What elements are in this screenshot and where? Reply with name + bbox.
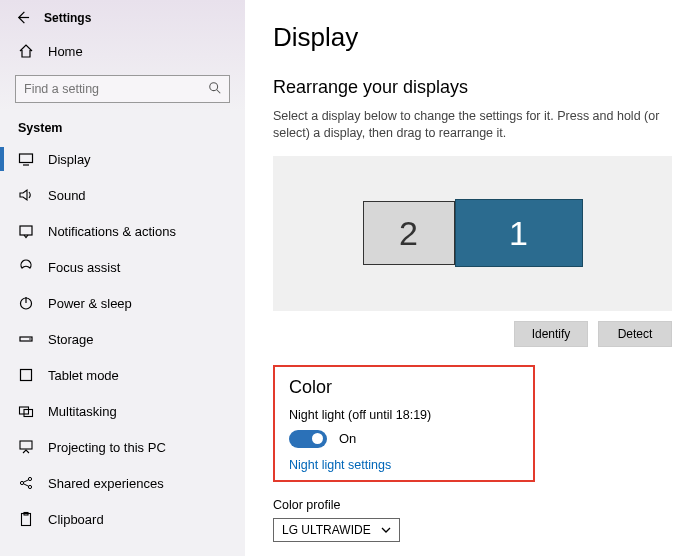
sidebar-item-label: Focus assist: [48, 260, 120, 275]
search-box: [15, 75, 230, 103]
sidebar-item-projecting[interactable]: Projecting to this PC: [0, 429, 245, 465]
color-section-highlight: Color Night light (off until 18:19) On N…: [273, 365, 535, 482]
sidebar-item-sound[interactable]: Sound: [0, 177, 245, 213]
home-row[interactable]: Home: [0, 35, 245, 67]
rearrange-title: Rearrange your displays: [273, 77, 672, 98]
home-icon: [18, 43, 34, 59]
storage-icon: [18, 331, 34, 347]
monitor-2[interactable]: 2: [363, 201, 455, 265]
svg-rect-10: [21, 370, 32, 381]
svg-point-1: [210, 83, 218, 91]
chevron-down-icon: [381, 525, 391, 535]
toggle-state: On: [339, 431, 356, 446]
sidebar-item-label: Clipboard: [48, 512, 104, 527]
clipboard-icon: [18, 511, 34, 527]
detect-button[interactable]: Detect: [598, 321, 672, 347]
svg-rect-14: [20, 441, 32, 449]
svg-line-2: [217, 90, 221, 94]
multitasking-icon: [18, 403, 34, 419]
sidebar-item-display[interactable]: Display: [0, 141, 245, 177]
sidebar-item-label: Sound: [48, 188, 86, 203]
svg-rect-5: [20, 226, 32, 235]
sound-icon: [18, 187, 34, 203]
content: Display Rearrange your displays Select a…: [245, 0, 700, 556]
sidebar-item-focus-assist[interactable]: Focus assist: [0, 249, 245, 285]
sidebar-item-clipboard[interactable]: Clipboard: [0, 501, 245, 537]
sidebar-item-shared-experiences[interactable]: Shared experiences: [0, 465, 245, 501]
projecting-icon: [18, 439, 34, 455]
color-profile-select[interactable]: LG ULTRAWIDE: [273, 518, 400, 542]
monitor-1[interactable]: 1: [455, 199, 583, 267]
search-input[interactable]: [15, 75, 230, 103]
tablet-icon: [18, 367, 34, 383]
sidebar-item-power-sleep[interactable]: Power & sleep: [0, 285, 245, 321]
sidebar-item-tablet-mode[interactable]: Tablet mode: [0, 357, 245, 393]
shared-icon: [18, 475, 34, 491]
night-light-toggle[interactable]: [289, 430, 327, 448]
sidebar-item-label: Tablet mode: [48, 368, 119, 383]
sidebar-item-label: Projecting to this PC: [48, 440, 166, 455]
notifications-icon: [18, 223, 34, 239]
identify-button[interactable]: Identify: [514, 321, 588, 347]
section-system: System: [0, 111, 245, 141]
sidebar: Settings Home System Display Sound Notif…: [0, 0, 245, 556]
sidebar-item-label: Multitasking: [48, 404, 117, 419]
settings-title: Settings: [44, 11, 91, 25]
back-button[interactable]: [15, 10, 30, 25]
home-label: Home: [48, 44, 83, 59]
search-icon: [208, 81, 222, 95]
sidebar-item-label: Display: [48, 152, 91, 167]
svg-rect-3: [20, 154, 33, 163]
night-light-label: Night light (off until 18:19): [289, 408, 519, 422]
focus-assist-icon: [18, 259, 34, 275]
page-title: Display: [273, 22, 672, 53]
svg-line-19: [23, 484, 28, 487]
sidebar-item-storage[interactable]: Storage: [0, 321, 245, 357]
night-light-settings-link[interactable]: Night light settings: [289, 458, 519, 472]
power-icon: [18, 295, 34, 311]
sidebar-item-label: Notifications & actions: [48, 224, 176, 239]
svg-point-9: [29, 338, 31, 340]
color-profile-label: Color profile: [273, 498, 672, 512]
sidebar-item-label: Power & sleep: [48, 296, 132, 311]
sidebar-item-notifications[interactable]: Notifications & actions: [0, 213, 245, 249]
sidebar-item-label: Storage: [48, 332, 94, 347]
color-profile-value: LG ULTRAWIDE: [282, 523, 371, 537]
sidebar-item-label: Shared experiences: [48, 476, 164, 491]
sidebar-item-multitasking[interactable]: Multitasking: [0, 393, 245, 429]
svg-line-18: [23, 480, 28, 483]
rearrange-desc: Select a display below to change the set…: [273, 108, 672, 142]
color-title: Color: [289, 377, 519, 398]
display-arrangement: 2 1: [273, 156, 672, 311]
display-icon: [18, 151, 34, 167]
